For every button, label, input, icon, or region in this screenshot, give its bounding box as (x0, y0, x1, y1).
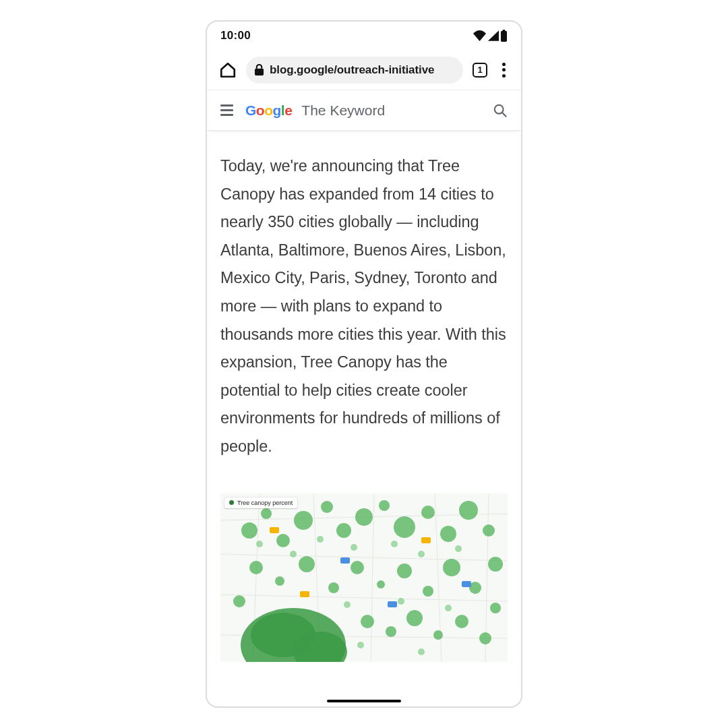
site-title[interactable]: The Keyword (301, 102, 385, 119)
svg-point-3 (495, 104, 504, 113)
battery-icon (500, 30, 508, 42)
svg-point-48 (233, 595, 245, 607)
svg-point-58 (398, 598, 404, 605)
overflow-menu-icon[interactable] (497, 60, 510, 80)
lock-icon (254, 64, 264, 75)
svg-point-22 (321, 501, 333, 513)
svg-point-41 (488, 557, 503, 572)
svg-point-34 (328, 582, 339, 593)
svg-point-60 (357, 642, 364, 648)
svg-point-54 (391, 541, 398, 547)
gesture-nav-handle[interactable] (327, 700, 401, 702)
svg-point-29 (459, 501, 478, 520)
svg-point-32 (275, 576, 284, 586)
legend-label: Tree canopy percent (237, 499, 293, 506)
search-icon[interactable] (493, 103, 508, 118)
svg-point-57 (344, 601, 351, 608)
svg-point-33 (299, 556, 315, 572)
svg-point-18 (241, 522, 257, 539)
url-text: blog.google/outreach-initiative (270, 63, 434, 77)
wifi-icon (473, 30, 486, 41)
tab-count-label: 1 (477, 65, 482, 75)
cellular-icon (487, 30, 499, 41)
svg-point-50 (256, 541, 263, 547)
tab-switcher[interactable]: 1 (473, 63, 487, 78)
svg-point-52 (317, 536, 324, 543)
map-image (220, 493, 508, 662)
svg-point-56 (455, 545, 462, 552)
svg-rect-0 (501, 31, 507, 42)
svg-point-55 (418, 551, 425, 557)
svg-rect-64 (421, 537, 431, 543)
svg-point-23 (336, 523, 351, 538)
home-icon[interactable] (219, 61, 237, 79)
svg-rect-63 (340, 557, 350, 564)
site-header: Google The Keyword (207, 90, 521, 131)
svg-rect-65 (388, 601, 397, 607)
article-paragraph: Today, we're announcing that Tree Canopy… (220, 152, 508, 461)
svg-rect-2 (255, 69, 264, 75)
svg-point-42 (361, 615, 374, 628)
article-body[interactable]: Today, we're announcing that Tree Canopy… (207, 131, 521, 706)
hamburger-icon[interactable] (220, 104, 233, 116)
svg-point-49 (490, 603, 501, 613)
phone-frame: 10:00 blog.google/outreach-initiative 1 … (206, 20, 522, 708)
svg-point-39 (443, 559, 460, 576)
svg-line-4 (502, 112, 506, 116)
svg-point-38 (423, 586, 433, 597)
svg-point-43 (386, 626, 396, 637)
google-logo[interactable]: Google (245, 102, 292, 119)
tree-canopy-map[interactable]: Tree canopy percent (220, 493, 508, 662)
svg-rect-1 (503, 30, 506, 32)
svg-point-46 (455, 615, 468, 628)
status-bar: 10:00 (207, 22, 521, 50)
svg-rect-66 (300, 591, 309, 597)
svg-point-28 (440, 526, 456, 542)
svg-point-35 (351, 561, 364, 574)
svg-point-61 (418, 648, 425, 655)
svg-point-31 (249, 561, 263, 574)
svg-point-21 (294, 511, 313, 530)
svg-point-59 (445, 605, 452, 611)
status-icons (473, 30, 508, 42)
clock: 10:00 (220, 29, 251, 42)
map-legend: Tree canopy percent (224, 497, 297, 508)
svg-point-53 (351, 544, 357, 551)
svg-point-27 (421, 506, 435, 519)
svg-rect-62 (270, 527, 279, 533)
browser-toolbar: blog.google/outreach-initiative 1 (207, 50, 521, 90)
svg-point-45 (433, 630, 443, 640)
svg-point-24 (355, 508, 373, 526)
svg-point-51 (290, 551, 297, 557)
url-bar[interactable]: blog.google/outreach-initiative (246, 57, 463, 84)
svg-point-37 (397, 564, 412, 578)
svg-point-36 (377, 580, 385, 588)
svg-point-25 (379, 500, 390, 511)
svg-point-30 (483, 524, 495, 537)
svg-point-47 (479, 632, 491, 644)
svg-point-44 (406, 610, 423, 626)
svg-point-19 (261, 508, 272, 519)
svg-point-20 (276, 534, 290, 547)
svg-point-26 (394, 516, 415, 538)
svg-rect-67 (462, 581, 471, 587)
